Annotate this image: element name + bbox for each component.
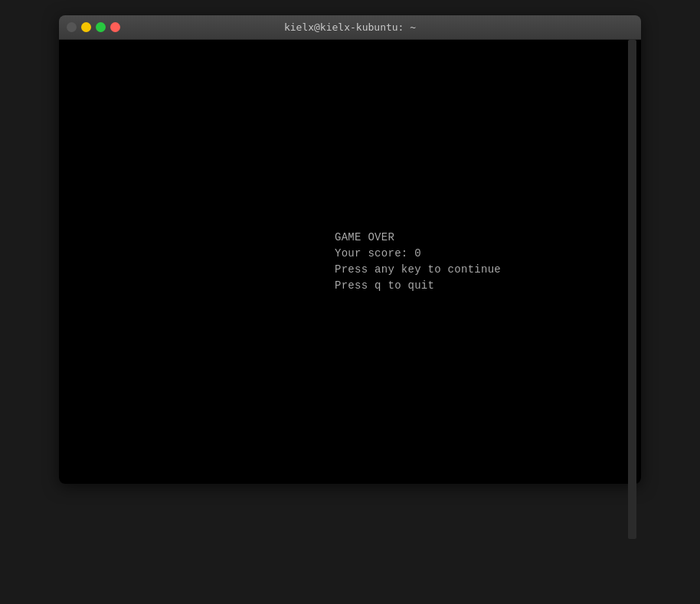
terminal-window: kielx@kielx-kubuntu: ~ GAME OVER Your sc… [59,15,641,484]
game-over-line: GAME OVER [335,230,501,246]
score-line: Your score: 0 [335,246,501,262]
window-title: kielx@kielx-kubuntu: ~ [284,21,416,33]
continue-line: Press any key to continue [335,262,501,278]
maximize-button[interactable] [96,22,106,32]
quit-line: Press q to quit [335,278,501,294]
minimize-button[interactable] [81,22,91,32]
terminal-output: GAME OVER Your score: 0 Press any key to… [335,230,501,294]
stub-icon [67,22,77,32]
scrollbar-track [628,40,636,539]
titlebar: kielx@kielx-kubuntu: ~ [59,15,641,40]
close-button[interactable] [110,22,120,32]
terminal-body[interactable]: GAME OVER Your score: 0 Press any key to… [59,40,641,484]
window-controls [67,22,120,32]
